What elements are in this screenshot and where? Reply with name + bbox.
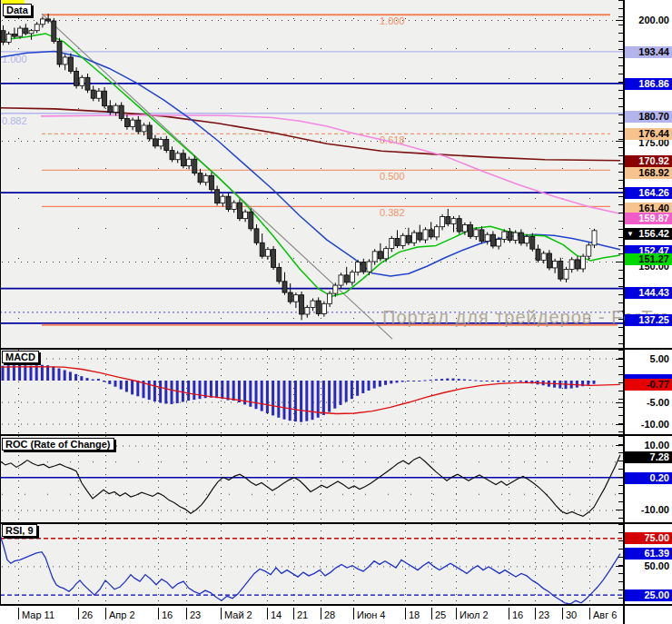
date-tick [267,608,268,619]
axis-tick [616,424,623,425]
date-tick [158,608,159,619]
date-label: 23 [539,609,549,620]
panel-separator [0,434,672,436]
main-price-chart[interactable]: 1.0000.6180.5000.3821.0000.882 [0,0,623,348]
price-label--10.00: -10.00 [625,419,672,431]
date-label: 16 [162,609,173,620]
price-label-144.43: 144.43 [625,287,672,299]
date-label: 30 [566,609,577,620]
date-tick [456,608,457,619]
date-label: 18 [409,609,420,620]
date-tick [293,608,294,619]
price-label-151.27: 151.27 [625,253,672,265]
macd-chart[interactable] [0,350,623,434]
panel-separator [0,348,672,350]
fib-label: 0.500 [380,171,405,182]
price-label-0.20: 0.20 [625,472,672,484]
price-label-186.86: 186.86 [625,78,672,90]
date-tick [535,608,536,619]
date-label: 16 [512,609,523,620]
price-label-25.00: 25.00 [625,589,672,601]
rsi-chart[interactable] [0,524,623,604]
price-label-168.92: 168.92 [625,167,672,179]
price-label-156.42: ▼156.42 [625,228,672,240]
rsi-panel-title[interactable]: RSI, 9 [2,524,37,537]
axis-tick [616,262,623,262]
price-label-170.92: 170.92 [625,155,672,167]
macd-histogram [2,365,596,422]
date-label: 21 [297,609,308,620]
fib2-label: 0.882 [2,115,27,126]
price-label-10.00: 10.00 [625,440,672,451]
price-label-137.25: 137.25 [625,314,672,326]
date-tick [509,608,509,619]
date-label: Май 2 [224,609,252,620]
date-label: 14 [271,609,282,620]
date-tick [186,608,187,619]
candles [1,14,597,320]
chart-window: 1.0000.6180.5000.3821.0000.882 Data MACD… [0,0,672,624]
rsi-line [0,535,620,604]
main-grid [2,18,621,343]
price-label-200.00: 200.00 [625,15,672,26]
panel-separator [0,604,672,606]
axis-tick [616,359,623,360]
fib-label: 0.382 [380,207,405,218]
price-label--0.77: -0.77 [625,379,672,391]
fib-label: 1.000 [380,15,405,26]
price-label-75.00: 75.00 [625,532,672,544]
price-label-5.00: 5.00 [625,353,672,365]
date-label: 28 [324,609,335,620]
left-border [0,0,1,604]
price-label-164.26: 164.26 [625,187,672,199]
main-panel-title[interactable]: Data [3,4,32,16]
axis-tick [616,566,623,567]
ma-green-line [0,34,620,296]
macd-signal-line [0,367,620,414]
date-label: 23 [190,609,201,620]
highlight-mark [1,0,25,4]
roc-panel-title[interactable]: ROC (Rate of Change) [2,438,114,451]
axis-tick [616,445,623,446]
date-label: Июн 4 [357,609,385,620]
price-label--5.00: -5.00 [625,397,672,409]
price-label-61.39: 61.39 [625,548,672,560]
price-label-7.28: 7.28 [625,451,672,463]
price-label--10.00: -10.00 [625,504,672,516]
price-label-159.87: 159.87 [625,213,672,224]
price-label-176.44: 176.44 [625,128,672,140]
price-label-180.70: 180.70 [625,111,672,123]
date-label: Июл 2 [460,609,489,620]
date-label: Апр 2 [109,609,135,620]
price-label-193.44: 193.44 [625,46,672,58]
date-tick [18,608,19,619]
date-tick [405,608,406,619]
date-label: Авг 6 [593,609,617,620]
date-tick [321,608,321,619]
date-label: Мар 11 [22,609,54,620]
date-label: 25 [435,609,446,620]
ma-pink-line [41,115,620,214]
roc-line [0,455,620,517]
price-label-50.00: 50.00 [625,560,672,572]
date-tick [562,608,563,619]
axis-tick [616,141,623,142]
date-tick [78,608,79,619]
date-tick [353,608,354,619]
date-tick [221,608,222,619]
axis-separator [623,0,625,624]
date-tick [431,608,432,619]
date-tick [105,608,106,619]
axis-tick [616,20,623,21]
axis-tick [616,402,623,403]
panel-separator [0,522,672,524]
date-label: 26 [82,609,93,620]
date-axis: Мар 1126Апр 21623Май 2142128Июн 41825Июл… [0,606,672,624]
macd-panel-title[interactable]: MACD [2,351,39,363]
date-tick [589,608,590,619]
current-price-arrow-icon: ▼ [625,228,634,240]
axis-tick [616,510,623,510]
